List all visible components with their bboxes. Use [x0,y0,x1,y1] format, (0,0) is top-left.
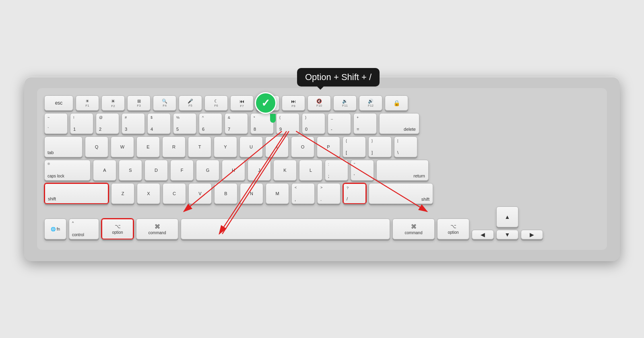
key-k[interactable]: K [273,160,297,181]
key-e[interactable]: E [136,136,160,157]
key-lock[interactable]: 🔒 [385,95,408,111]
key-s[interactable]: S [119,160,142,181]
key-shift-left[interactable]: shift [44,183,109,204]
key-6[interactable]: ^6 [199,113,222,134]
key-f6[interactable]: ☾F6 [204,95,228,111]
key-arrow-left[interactable]: ◀ [472,230,494,239]
modifier-key-row: 🌐fn ^control ⌥option ⌘command ⌘command ⌥… [44,206,600,239]
key-capslock[interactable]: caps lock [44,160,91,181]
fn-key-row: esc ☀F1 ☀F2 ⊞F3 🔍F4 🎤F5 ☾F6 ⏮F7 ⏯F8 ⏭F9 … [44,95,600,111]
key-command-left[interactable]: ⌘command [136,218,178,239]
key-f7[interactable]: ⏮F7 [230,95,254,111]
tooltip-text: Option + Shift + / [305,72,372,82]
key-f9[interactable]: ⏭F9 [282,95,305,111]
key-z[interactable]: Z [111,183,134,204]
key-2[interactable]: @2 [96,113,119,134]
key-b[interactable]: B [214,183,237,204]
key-i[interactable]: I [265,136,289,157]
key-delete[interactable]: delete [379,113,419,134]
key-7[interactable]: &7 [225,113,248,134]
key-1[interactable]: !1 [70,113,93,134]
key-o[interactable]: O [291,136,314,157]
key-x[interactable]: X [137,183,160,204]
key-p[interactable]: P [317,136,340,157]
key-control[interactable]: ^control [69,218,99,239]
key-option-right[interactable]: ⌥option [437,218,469,239]
key-command-right[interactable]: ⌘command [392,218,435,239]
key-9[interactable]: (9 [276,113,299,134]
key-t[interactable]: T [188,136,211,157]
key-f11[interactable]: 🔉F11 [333,95,357,111]
key-option-left[interactable]: ⌥option [101,218,134,239]
key-semicolon[interactable]: :; [325,160,348,181]
key-f3[interactable]: ⊞F3 [127,95,151,111]
checkmark-icon: ✓ [261,98,270,108]
key-v[interactable]: V [188,183,212,204]
key-q[interactable]: Q [85,136,108,157]
key-0[interactable]: )0 [302,113,325,134]
arrow-key-cluster: ▲ ◀ ▼ ▶ [472,206,543,239]
key-comma[interactable]: <, [291,183,315,204]
key-f5[interactable]: 🎤F5 [179,95,202,111]
key-4[interactable]: $4 [147,113,171,134]
key-f1[interactable]: ☀F1 [76,95,99,111]
key-3[interactable]: #3 [122,113,145,134]
key-arrow-right[interactable]: ▶ [521,230,543,239]
arrow-bottom-row: ◀ ▼ ▶ [472,230,543,239]
key-space[interactable] [181,218,390,239]
key-tilde[interactable]: ~` [44,113,68,134]
key-return[interactable]: return [376,160,429,181]
key-quote[interactable]: "' [351,160,374,181]
keyboard-wrapper: Option + Shift + / ✓ esc ☀F1 ☀F2 ⊞F3 🔍F4… [24,77,620,261]
key-n[interactable]: N [240,183,263,204]
key-f2[interactable]: ☀F2 [101,95,125,111]
key-slash[interactable]: ?/ [343,183,366,204]
key-m[interactable]: M [266,183,289,204]
check-pointer [270,114,276,123]
key-equals[interactable]: += [353,113,377,134]
key-f12[interactable]: 🔊F12 [359,95,382,111]
key-arrow-up[interactable]: ▲ [496,206,518,227]
number-key-row: ~` !1 @2 #3 $4 %5 ^6 &7 *8 (9 )0 _- += d… [44,113,600,134]
key-c[interactable]: C [163,183,186,204]
tooltip-bubble: Option + Shift + / [297,68,380,87]
key-arrow-down[interactable]: ▼ [496,230,518,239]
key-tab[interactable]: tab [44,136,83,157]
key-fn[interactable]: 🌐fn [44,218,66,239]
key-y[interactable]: Y [214,136,237,157]
key-d[interactable]: D [144,160,168,181]
home-key-row: caps lock A S D F G H J K L :; "' return [44,160,600,181]
key-5[interactable]: %5 [173,113,196,134]
key-f[interactable]: F [170,160,194,181]
key-period[interactable]: >. [317,183,341,204]
key-bracket-left[interactable]: {[ [343,136,366,157]
key-w[interactable]: W [111,136,134,157]
key-g[interactable]: G [196,160,219,181]
key-shift-right[interactable]: shift [369,183,433,204]
key-a[interactable]: A [93,160,116,181]
arrow-top-row: ▲ [472,206,543,227]
check-badge: ✓ [255,92,277,114]
key-backslash[interactable]: |\ [394,136,417,157]
key-j[interactable]: J [248,160,271,181]
shift-key-row: shift Z X C V B N M <, >. ?/ shift [44,183,600,204]
key-bracket-right[interactable]: }] [368,136,392,157]
key-r[interactable]: R [162,136,186,157]
key-minus[interactable]: _- [328,113,351,134]
key-f10[interactable]: 🔇F10 [308,95,331,111]
qwerty-key-row: tab Q W E R T Y U I O P {[ }] |\ [44,136,600,157]
key-f4[interactable]: 🔍F4 [153,95,176,111]
key-esc[interactable]: esc [44,95,73,111]
key-l[interactable]: L [299,160,322,181]
keyboard-inner: esc ☀F1 ☀F2 ⊞F3 🔍F4 🎤F5 ☾F6 ⏮F7 ⏯F8 ⏭F9 … [37,88,607,250]
key-u[interactable]: U [239,136,263,157]
key-h[interactable]: H [222,160,245,181]
